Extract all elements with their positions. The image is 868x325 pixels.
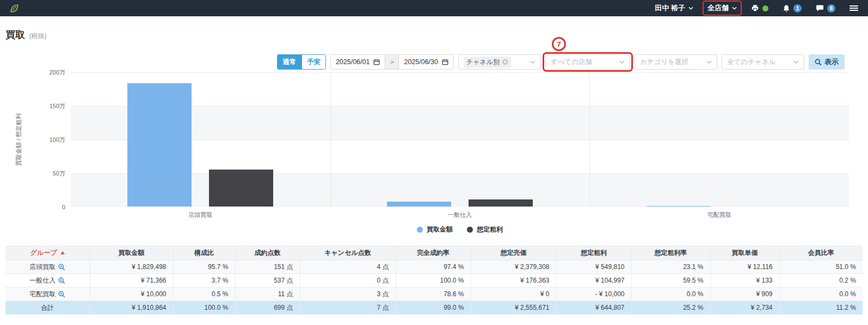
bar-買取金額[interactable] — [387, 202, 451, 207]
table-row: 店頭買取¥ 1,829,49895.7 %151 点4 点97.4 %¥ 2,3… — [5, 260, 863, 274]
x-axis-labels: 店頭買取一般仕入宅配買取 — [71, 211, 849, 218]
store-filter-select[interactable]: すべての店舗 — [545, 54, 630, 70]
column-header[interactable]: 想定粗利 — [556, 246, 631, 260]
table-cell: ¥ 2,734 — [710, 301, 779, 315]
table-cell: 97.4 % — [396, 260, 471, 274]
user-menu[interactable]: 田中 裕子 — [655, 3, 693, 13]
column-header[interactable]: 構成比 — [173, 246, 235, 260]
page-title-suffix: (税抜) — [29, 32, 47, 40]
y-axis-tick-label: 150万 — [50, 103, 65, 109]
purchase-bar-chart: 買取金額 / 想定粗利 200万150万100万50万0 店頭買取一般仕入宅配買… — [0, 72, 868, 235]
group-name: 宅配買取 — [29, 290, 56, 299]
chevron-down-icon — [530, 60, 535, 64]
legend-label: 買取金額 — [427, 225, 453, 234]
table-cell: ¥ 176,363 — [471, 274, 556, 288]
table-cell: ¥ 10,000 — [90, 288, 173, 301]
table-row: 一般仕入¥ 71,3663.7 %537 点0 点100.0 %¥ 176,36… — [5, 274, 863, 288]
table-cell: ¥ 644,807 — [556, 301, 631, 315]
x-axis-label: 一般仕入 — [448, 211, 472, 219]
table-cell: ¥ 0 — [471, 288, 556, 301]
store-selector-label: 全店舗 — [707, 3, 729, 13]
chevron-down-icon — [793, 60, 799, 64]
channel-group-select[interactable]: チャネル別 — [458, 54, 541, 70]
print-status[interactable] — [751, 4, 768, 12]
column-header[interactable]: 買取金額 — [90, 246, 173, 260]
bar-買取金額[interactable] — [127, 83, 192, 207]
table-cell: 11.2 % — [779, 301, 863, 315]
notifications-button[interactable]: 1 — [783, 4, 802, 12]
sort-asc-icon — [60, 251, 65, 254]
zoom-in-icon[interactable] — [58, 277, 65, 284]
x-axis-label: 店頭買取 — [188, 211, 212, 219]
y-axis-tick-label: 0 — [62, 204, 65, 210]
group-cell: 宅配買取 — [5, 288, 90, 301]
legend-item[interactable]: 想定粗利 — [467, 225, 503, 234]
group-name: 店頭買取 — [29, 262, 56, 272]
legend-item[interactable]: 買取金額 — [417, 225, 453, 234]
column-header[interactable]: 買取単価 — [710, 246, 779, 260]
y-axis-tick-label: 50万 — [53, 170, 65, 177]
column-header[interactable]: 想定粗利率 — [631, 246, 710, 260]
category-divider-line — [330, 72, 331, 207]
table-cell: 100.0 % — [173, 301, 235, 315]
bar-想定粗利[interactable] — [209, 170, 273, 207]
table-cell: ¥ 2,555,671 — [471, 301, 556, 315]
x-axis-label: 宅配買取 — [707, 211, 731, 219]
app-logo-icon[interactable] — [9, 3, 20, 14]
column-header[interactable]: 想定売価 — [471, 246, 556, 260]
mode-toggle: 通常 予実 — [277, 54, 326, 70]
column-header[interactable]: 会員比率 — [779, 246, 863, 260]
table-total-row: 合計¥ 1,910,864100.0 %699 点7 点99.0 %¥ 2,55… — [5, 301, 863, 315]
table-cell: ¥ 12,116 — [710, 260, 779, 274]
show-button[interactable]: 表示 — [809, 54, 845, 70]
group-cell: 合計 — [5, 301, 90, 315]
zoom-in-icon[interactable] — [58, 264, 65, 271]
table-cell: 95.7 % — [173, 260, 235, 274]
legend-label: 想定粗利 — [477, 225, 503, 234]
table-cell: 0.2 % — [779, 274, 863, 288]
table-cell: 59.5 % — [631, 274, 710, 288]
y-axis-tick-label: 200万 — [50, 69, 65, 76]
table-cell: 99.0 % — [396, 301, 471, 315]
bell-icon — [783, 4, 790, 12]
date-range-arrow: > — [385, 55, 399, 69]
store-selector[interactable]: 全店舗 — [707, 3, 737, 13]
column-header[interactable]: 完全成約率 — [396, 246, 471, 260]
table-cell: 4 点 — [300, 260, 396, 274]
category-divider-line — [589, 72, 590, 207]
printer-icon — [751, 4, 759, 12]
channel-select[interactable]: 全てのチャネル — [722, 54, 804, 70]
table-cell: 7 点 — [300, 301, 396, 315]
mode-normal-button[interactable]: 通常 — [278, 55, 301, 69]
column-header[interactable]: 成約点数 — [235, 246, 300, 260]
calendar-icon — [373, 59, 380, 65]
column-header[interactable]: グループ — [5, 246, 90, 260]
table-header-row: グループ買取金額構成比成約点数キャンセル点数完全成約率想定売価想定粗利想定粗利率… — [5, 246, 863, 260]
annotation-step-badge: 7 — [552, 37, 566, 51]
filter-bar: 通常 予実 2025/06/01 > 2025/06/30 チャネル別 すべての… — [277, 54, 845, 70]
table-cell: 537 点 — [235, 274, 300, 288]
date-to-input[interactable]: 2025/06/30 — [399, 55, 453, 69]
category-select[interactable]: カテゴリを選択 — [635, 54, 717, 70]
calendar-icon — [442, 59, 448, 65]
hamburger-menu-icon[interactable] — [849, 4, 858, 12]
search-icon — [815, 59, 822, 66]
circle-x-icon[interactable] — [502, 59, 508, 65]
y-axis-ticks: 200万150万100万50万0 — [0, 72, 65, 207]
table-cell: 0.0 % — [779, 288, 863, 301]
column-header[interactable]: キャンセル点数 — [300, 246, 396, 260]
bar-買取金額[interactable] — [647, 206, 711, 207]
page-title-text: 買取 — [5, 29, 25, 40]
group-cell: 店頭買取 — [5, 260, 90, 274]
zoom-in-icon[interactable] — [58, 291, 65, 298]
mode-budget-button[interactable]: 予実 — [301, 55, 325, 69]
group-name: 一般仕入 — [29, 276, 56, 285]
date-from-input[interactable]: 2025/06/01 — [331, 55, 385, 69]
table-cell: ¥ 1,829,498 — [90, 260, 173, 274]
table-cell: ¥ 133 — [710, 274, 779, 288]
table-cell: 0.0 % — [631, 288, 710, 301]
messages-button[interactable]: 8 — [816, 4, 835, 12]
user-name: 田中 裕子 — [655, 3, 685, 13]
bar-想定粗利[interactable] — [469, 199, 533, 207]
group-name: 合計 — [41, 303, 54, 312]
